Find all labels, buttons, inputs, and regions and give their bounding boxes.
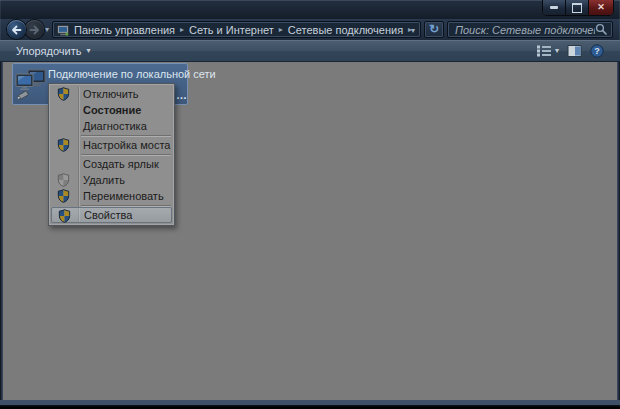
menu-item-create-shortcut[interactable]: Создать ярлык [49,156,174,172]
menu-item-label: Свойства [84,209,132,221]
menu-item-spacer [57,157,70,171]
uac-shield-icon [57,87,70,101]
back-arrow-icon [11,25,22,35]
breadcrumb-item-2[interactable]: Сетевые подключения [286,24,405,36]
menu-item-label: Диагностика [83,120,147,132]
menu-item-spacer [57,103,70,117]
menu-item-label: Состояние [83,104,141,116]
menu-item-label: Отключить [83,88,139,100]
close-icon: ✕ [597,3,605,12]
menu-item-label: Создать ярлык [83,158,159,170]
menu-item-disable[interactable]: Отключить [49,86,174,102]
breadcrumb-item-0[interactable]: Панель управления [72,24,177,36]
menu-item-diagnose[interactable]: Диагностика [49,118,174,134]
breadcrumb-item-1[interactable]: Сеть и Интернет [187,24,276,36]
breadcrumb-separator-icon: ▸ [276,25,286,34]
connection-name: Подключение по локальной сети [48,68,216,80]
connection-details-ellipsis: … [176,89,188,101]
context-menu: ОтключитьСостояниеДиагностика Настройка … [48,83,175,226]
address-bar[interactable]: Панель управления▸Сеть и Интернет▸Сетевы… [52,21,421,38]
uac-shield-icon [57,138,70,152]
svg-text:?: ? [594,46,600,56]
change-view-button[interactable]: ▾ [537,45,559,57]
forward-arrow-icon [29,25,40,35]
title-bar: ✕ [0,0,620,19]
menu-item-label: Переименовать [83,190,164,202]
breadcrumb: Панель управления▸Сеть и Интернет▸Сетевы… [72,24,415,36]
address-row: ▾ Панель управления▸Сеть и Интернет▸Сете… [0,19,620,40]
minimize-icon [550,6,558,9]
preview-pane-icon [567,45,582,57]
menu-item-delete[interactable]: Удалить [49,172,174,188]
lan-connection-icon [15,68,47,100]
menu-item-spacer [57,119,70,133]
chevron-down-icon: ▾ [555,46,559,55]
maximize-button[interactable] [566,0,589,15]
menu-separator [81,135,171,136]
forward-button[interactable] [25,20,44,39]
search-input-text: Поиск: Сетевые подключения [455,24,595,36]
search-icon[interactable] [595,23,608,36]
menu-item-bridge[interactable]: Настройка моста [49,137,174,153]
address-dropdown-icon[interactable]: ▾ [411,26,415,35]
breadcrumb-separator-icon: ▸ [177,25,187,34]
folder-content: Подключение по локальной сети … Отключит… [3,62,617,400]
organize-button[interactable]: Упорядочить ▾ [10,42,96,59]
organize-label: Упорядочить [16,45,81,57]
uac-shield-icon [58,209,71,223]
command-toolbar: Упорядочить ▾ ▾ ? [0,40,620,62]
maximize-icon [572,3,582,13]
back-button[interactable] [7,20,26,39]
menu-item-label: Удалить [83,174,125,186]
menu-item-status[interactable]: Состояние [49,102,174,118]
views-icon [537,45,552,57]
preview-pane-button[interactable] [567,45,582,57]
menu-item-rename[interactable]: Переименовать [49,188,174,204]
menu-item-properties[interactable]: Свойства [51,207,172,223]
explorer-window: ✕ ▾ Панель управления▸Сеть и Интернет▸Се… [0,0,620,406]
uac-shield-icon [57,189,70,203]
refresh-button[interactable]: ↻ [424,21,444,38]
recent-pages-dropdown[interactable]: ▾ [45,25,49,34]
window-controls: ✕ [543,0,613,15]
window-border-bottom [0,400,620,406]
close-button[interactable]: ✕ [589,0,613,15]
chevron-down-icon: ▾ [86,46,90,55]
help-button[interactable]: ? [590,44,604,58]
menu-separator [81,154,171,155]
uac-shield-icon [57,173,70,187]
search-box[interactable]: Поиск: Сетевые подключения [447,21,613,38]
minimize-button[interactable] [543,0,566,15]
menu-separator [81,205,171,206]
menu-item-label: Настройка моста [83,139,170,151]
help-icon: ? [590,44,604,58]
network-folder-icon [57,24,69,36]
